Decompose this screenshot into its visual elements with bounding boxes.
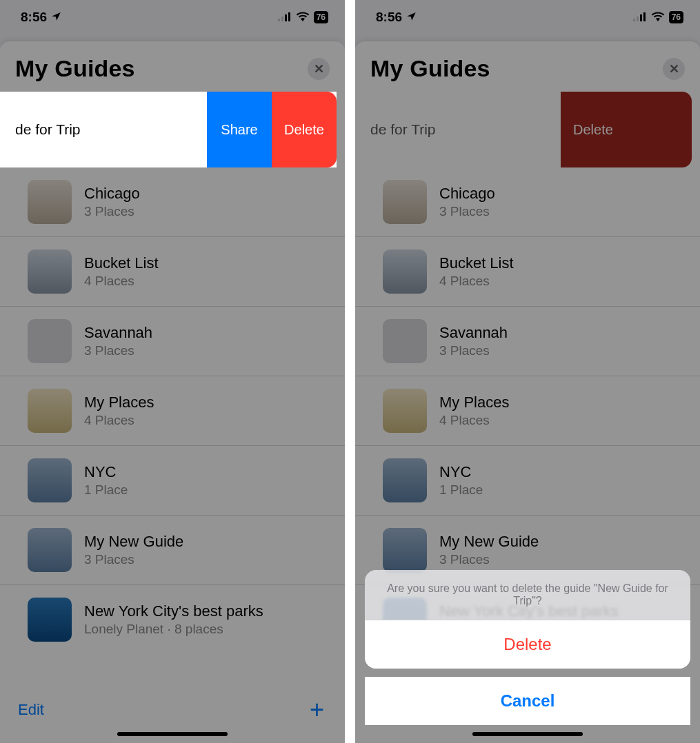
status-bar: 8:56 76 bbox=[0, 0, 345, 34]
guide-title: New York City's best parks bbox=[84, 602, 263, 620]
guide-thumbnail bbox=[28, 598, 72, 642]
guide-list: Chicago 3 Places Bucket List 4 Places Sa… bbox=[0, 167, 345, 654]
guide-thumbnail bbox=[383, 250, 427, 294]
guide-thumbnail bbox=[383, 458, 427, 502]
guide-subtitle: 3 Places bbox=[84, 343, 152, 358]
guide-thumbnail bbox=[383, 180, 427, 224]
guide-title: Bucket List bbox=[84, 254, 159, 272]
guide-row[interactable]: New York City's best parks Lonely Planet… bbox=[0, 585, 345, 654]
guide-subtitle: 3 Places bbox=[439, 204, 495, 219]
guide-title: My New Guide bbox=[439, 533, 539, 551]
svg-rect-6 bbox=[640, 14, 642, 21]
guide-row-swiped[interactable]: de for Trip Delete bbox=[355, 92, 692, 167]
guide-subtitle: 4 Places bbox=[84, 274, 159, 289]
guide-row[interactable]: NYC 1 Place bbox=[0, 446, 345, 516]
guide-title: My Places bbox=[84, 394, 154, 411]
guide-thumbnail bbox=[28, 389, 72, 433]
location-services-icon bbox=[406, 11, 417, 24]
confirm-message: Are you sure you want to delete the guid… bbox=[365, 570, 690, 620]
guide-title: My Places bbox=[439, 394, 509, 411]
delete-confirm-sheet: Are you sure you want to delete the guid… bbox=[365, 570, 690, 725]
guide-subtitle: 3 Places bbox=[84, 204, 140, 219]
guide-row[interactable]: My Places 4 Places bbox=[355, 376, 700, 446]
home-indicator[interactable] bbox=[472, 732, 583, 736]
guide-subtitle: 4 Places bbox=[439, 274, 514, 289]
svg-rect-7 bbox=[643, 12, 646, 21]
guide-thumbnail bbox=[28, 319, 72, 363]
swipe-delete-button[interactable]: Delete bbox=[561, 92, 692, 167]
battery-indicator: 76 bbox=[314, 11, 328, 23]
cellular-signal-icon bbox=[278, 10, 292, 25]
phone-screenshot-left: 8:56 76 My Guides ✕ de for Trip S bbox=[0, 0, 345, 743]
guide-thumbnail bbox=[28, 250, 72, 294]
page-title: My Guides bbox=[15, 55, 135, 82]
location-services-icon bbox=[51, 11, 61, 24]
close-button[interactable]: ✕ bbox=[663, 58, 685, 80]
swipe-delete-button[interactable]: Delete bbox=[272, 92, 337, 167]
svg-rect-5 bbox=[637, 17, 639, 21]
confirm-delete-button[interactable]: Delete bbox=[365, 620, 690, 669]
guide-row[interactable]: My Places 4 Places bbox=[0, 376, 345, 446]
close-icon: ✕ bbox=[314, 61, 324, 77]
add-button[interactable]: + bbox=[310, 695, 324, 724]
guide-row[interactable]: Chicago 3 Places bbox=[0, 167, 345, 237]
svg-rect-1 bbox=[281, 17, 283, 21]
guide-title: NYC bbox=[439, 463, 483, 481]
guide-row-swiped[interactable]: de for Trip Share Delete bbox=[0, 92, 337, 167]
guide-thumbnail bbox=[383, 528, 427, 572]
wifi-icon bbox=[651, 10, 665, 25]
status-bar: 8:56 76 bbox=[355, 0, 700, 34]
guide-row-title-partial: de for Trip bbox=[0, 92, 207, 167]
guide-subtitle: 3 Places bbox=[84, 552, 183, 567]
guide-title: Chicago bbox=[84, 185, 140, 203]
guide-row[interactable]: NYC 1 Place bbox=[355, 446, 700, 516]
guide-subtitle: 4 Places bbox=[84, 413, 154, 428]
guide-title: Bucket List bbox=[439, 254, 514, 272]
guide-row-title-partial: de for Trip bbox=[355, 92, 561, 167]
status-time: 8:56 bbox=[21, 10, 47, 25]
wifi-icon bbox=[296, 10, 310, 25]
guide-title: Chicago bbox=[439, 185, 495, 203]
guide-row[interactable]: My New Guide 3 Places bbox=[0, 516, 345, 585]
guide-title: Savannah bbox=[439, 324, 508, 342]
guide-title: Savannah bbox=[84, 324, 152, 342]
guide-row[interactable]: Chicago 3 Places bbox=[355, 167, 700, 237]
edit-button[interactable]: Edit bbox=[18, 701, 44, 719]
guide-subtitle: 3 Places bbox=[439, 343, 508, 358]
close-icon: ✕ bbox=[669, 61, 679, 77]
svg-rect-2 bbox=[285, 14, 287, 21]
guide-thumbnail bbox=[383, 389, 427, 433]
svg-rect-0 bbox=[278, 19, 280, 21]
guide-subtitle: 1 Place bbox=[84, 482, 128, 498]
guide-row[interactable]: Bucket List 4 Places bbox=[355, 237, 700, 307]
guide-thumbnail bbox=[28, 528, 72, 572]
phone-screenshot-right: 8:56 76 My Guides ✕ de for Trip Delete bbox=[355, 0, 700, 743]
swipe-share-button[interactable]: Share bbox=[207, 92, 272, 167]
svg-rect-3 bbox=[288, 12, 290, 21]
close-button[interactable]: ✕ bbox=[308, 58, 330, 80]
guide-title: NYC bbox=[84, 463, 128, 481]
status-time: 8:56 bbox=[376, 10, 402, 25]
guide-subtitle: 3 Places bbox=[439, 552, 539, 567]
guide-thumbnail bbox=[28, 180, 72, 224]
guide-subtitle: 1 Place bbox=[439, 482, 483, 498]
guide-subtitle: 4 Places bbox=[439, 413, 509, 428]
guide-title: My New Guide bbox=[84, 533, 183, 551]
guide-row[interactable]: Bucket List 4 Places bbox=[0, 237, 345, 307]
cellular-signal-icon bbox=[633, 10, 647, 25]
guide-thumbnail bbox=[383, 319, 427, 363]
page-title: My Guides bbox=[370, 55, 490, 82]
guide-row[interactable]: Savannah 3 Places bbox=[0, 307, 345, 376]
confirm-cancel-button[interactable]: Cancel bbox=[365, 677, 690, 725]
guide-subtitle: Lonely Planet · 8 places bbox=[84, 622, 263, 637]
guide-thumbnail bbox=[28, 458, 72, 502]
my-guides-sheet: My Guides ✕ de for Trip Share Delete Chi… bbox=[0, 41, 345, 743]
home-indicator[interactable] bbox=[117, 732, 228, 736]
battery-indicator: 76 bbox=[669, 11, 683, 23]
guide-row[interactable]: Savannah 3 Places bbox=[355, 307, 700, 376]
svg-rect-4 bbox=[633, 19, 635, 21]
